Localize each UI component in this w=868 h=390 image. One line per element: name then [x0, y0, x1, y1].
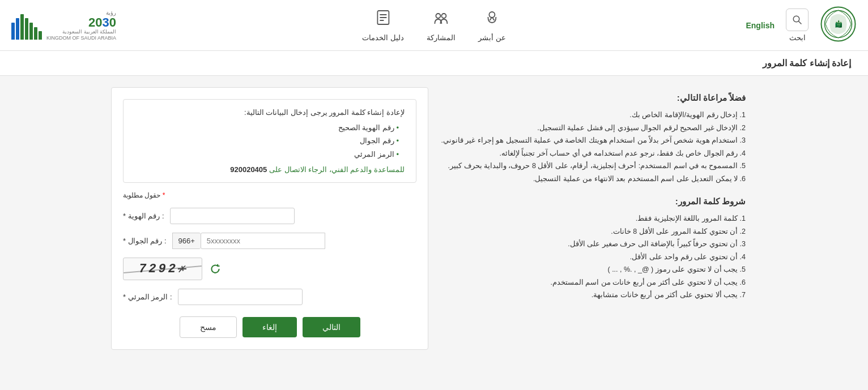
support-label: للمساعدة والدعم الفني، الرجاء الاتصال عل…: [269, 165, 405, 174]
search-icon: [786, 8, 809, 31]
english-language-link[interactable]: English: [746, 21, 775, 30]
services-guide-icon: [375, 9, 392, 30]
info-item-3: الرمز المرئي: [135, 148, 399, 161]
required-label: حقول مطلوبة: [123, 191, 160, 199]
header-right: 🇸🇦 ⚜ ابحث English: [746, 6, 857, 45]
form-info-intro: لإعادة إنشاء كلمة المرور يرجى إدخال البي…: [135, 108, 405, 117]
captcha-row: ✗7292: [123, 258, 416, 280]
password-item-3: 3. أن تحتوي حرفاً كبيراً بالإضافة الى حر…: [428, 238, 746, 251]
password-item-7: 7. يجب ألا تحتوي على أكثر من أربع خانات …: [428, 289, 746, 302]
vision-subtitle-en: KINGDOM OF SAUDI ARABIA: [46, 35, 116, 41]
mobile-row: +966 : رقم الجوال *: [123, 233, 416, 249]
form-panel: لإعادة إنشاء كلمة المرور يرجى إدخال البي…: [111, 87, 428, 350]
mobile-input[interactable]: [201, 233, 325, 249]
logo: 🇸🇦 ⚜: [820, 6, 857, 45]
password-item-1: 1. كلمة المرور باللغة الإنجليزية فقط.: [428, 212, 746, 225]
svg-text:⚜: ⚜: [835, 19, 843, 28]
mobile-label-text: رقم الجوال *: [123, 237, 162, 245]
nav-label-participation: المشاركة: [427, 33, 456, 42]
id-number-row: : رقم الهوية *: [123, 208, 416, 224]
id-number-input[interactable]: [170, 208, 295, 224]
buttons-row: التالي إلغاء مسح: [123, 316, 416, 338]
cancel-button[interactable]: إلغاء: [242, 317, 297, 337]
attention-list: 1. إدخال رقم الهوية/الإقامة الخاص بك. 2.…: [428, 109, 746, 185]
svg-point-6: [489, 12, 495, 18]
captcha-text: ✗7292: [139, 262, 186, 276]
info-item-2: رقم الجوال: [135, 134, 399, 147]
support-number: 920020405: [230, 165, 267, 174]
header-left-vision: رؤية 2030 المملكة العربية السعودية KINGD…: [11, 10, 116, 41]
svg-point-9: [436, 14, 441, 18]
password-item-4: 4. أن تحتوي على رقم واحد على الأقل.: [428, 251, 746, 264]
required-note: * حقول مطلوبة: [123, 191, 416, 199]
attention-item-1: 1. إدخال رقم الهوية/الإقامة الخاص بك.: [428, 109, 746, 122]
attention-item-6: 6. لا يمكن التعديل على اسم المستخدم بعد …: [428, 173, 746, 186]
support-line: للمساعدة والدعم الفني، الرجاء الاتصال عل…: [135, 165, 405, 174]
visual-code-label-text: الرمز المرئي *: [123, 293, 168, 301]
captcha-image: ✗7292: [123, 258, 202, 280]
instructions-panel: فضلاً مراعاة التالي: 1. إدخال رقم الهوية…: [428, 87, 757, 350]
visual-code-label: : الرمز المرئي *: [123, 293, 172, 301]
svg-line-5: [798, 21, 801, 24]
nav-item-participation[interactable]: المشاركة: [427, 9, 456, 42]
captcha-refresh-button[interactable]: [207, 260, 224, 277]
page-title-bar: إعادة إنشاء كلمة المرور: [0, 51, 868, 76]
participation-icon: [433, 9, 450, 30]
mobile-input-group: +966: [172, 233, 325, 249]
attention-item-5: 5. المسموح به في اسم المستخدم: أحرف إنجل…: [428, 160, 746, 173]
svg-point-4: [793, 16, 799, 22]
main-content: فضلاً مراعاة التالي: 1. إدخال رقم الهوية…: [94, 76, 774, 361]
password-list: 1. كلمة المرور باللغة الإنجليزية فقط. 2.…: [428, 212, 746, 302]
vision-2030-text: رؤية 2030 المملكة العربية السعودية KINGD…: [46, 10, 116, 41]
nav-item-services[interactable]: دليل الخدمات: [362, 9, 404, 42]
password-item-5: 5. يجب أن لا تحتوي على رموز ( @_ , .% , …: [428, 263, 746, 276]
required-star: *: [163, 191, 165, 199]
page-title: إعادة إنشاء كلمة المرور: [17, 58, 851, 68]
captcha-box: ✗7292: [123, 258, 224, 280]
next-button[interactable]: التالي: [303, 317, 360, 337]
info-item-1: رقم الهوية الصحيح: [135, 121, 399, 134]
password-item-2: 2. أن تحتوي كلمة المرور على الأقل 8 خانا…: [428, 225, 746, 238]
attention-item-2: 2. الإدخال غير الصحيح لرقم الجوال سيؤدي …: [428, 122, 746, 135]
password-title: شروط كلمة المرور:: [428, 196, 746, 207]
header: 🇸🇦 ⚜ ابحث English: [0, 0, 868, 51]
id-number-label: : رقم الهوية *: [123, 212, 164, 220]
password-item-6: 6. يجب أن لا تحتوي على أكثر من أربع خانا…: [428, 276, 746, 289]
country-code: +966: [172, 233, 201, 249]
search-area[interactable]: ابحث: [786, 8, 809, 42]
visual-code-row: : الرمز المرئي *: [123, 289, 416, 305]
about-icon: [483, 9, 500, 30]
attention-item-4: 4. رقم الجوال خاص بك فقط، نرجو عدم استخد…: [428, 147, 746, 160]
visual-code-input[interactable]: [178, 289, 303, 305]
header-center-nav: عن أبشر المشاركة: [362, 9, 505, 42]
form-info-list: رقم الهوية الصحيح رقم الجوال الرمز المرئ…: [135, 121, 405, 161]
attention-item-3: 3. استخدام هوية شخص آخر بدلاً من استخدام…: [428, 134, 746, 147]
attention-title: فضلاً مراعاة التالي:: [428, 93, 746, 103]
svg-point-10: [442, 14, 446, 18]
nav-item-about[interactable]: عن أبشر: [478, 9, 506, 42]
vision-subtitle: المملكة العربية السعودية: [46, 29, 116, 35]
clear-button[interactable]: مسح: [180, 316, 237, 338]
nav-label-about: عن أبشر: [478, 33, 506, 42]
id-label-text: رقم الهوية *: [123, 212, 160, 220]
form-info-box: لإعادة إنشاء كلمة المرور يرجى إدخال البي…: [123, 99, 416, 183]
vision-bars-icon: [11, 11, 42, 40]
vision-numbers: 2030: [46, 16, 116, 29]
nav-label-services: دليل الخدمات: [362, 33, 404, 42]
mobile-label: : رقم الجوال *: [123, 237, 167, 245]
search-label: ابحث: [789, 33, 806, 42]
